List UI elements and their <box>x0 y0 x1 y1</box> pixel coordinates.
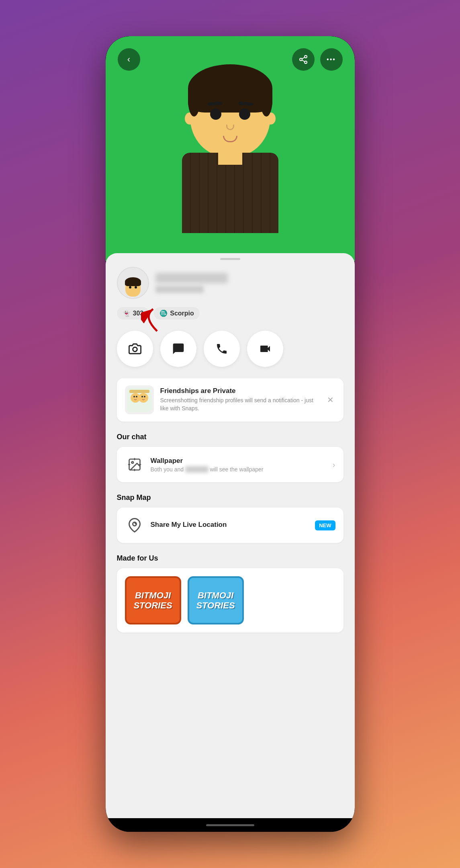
share-button[interactable] <box>292 48 315 71</box>
avatar-shirt-pattern <box>182 153 278 233</box>
back-icon: ‹ <box>127 54 130 65</box>
video-icon <box>259 342 272 355</box>
location-title: Share My Live Location <box>151 521 309 529</box>
chat-button[interactable] <box>160 331 196 367</box>
call-button[interactable] <box>204 331 240 367</box>
svg-line-4 <box>302 57 305 59</box>
new-badge: NEW <box>315 520 335 530</box>
bitmoji-section: ‹ ••• <box>106 36 355 261</box>
svg-point-16 <box>131 462 133 464</box>
avatar-hair-side-left <box>188 84 200 117</box>
svg-point-9 <box>139 393 148 403</box>
phone-inner: ‹ ••• <box>106 36 355 832</box>
more-icon: ••• <box>327 56 336 63</box>
location-text: Share My Live Location <box>151 521 309 530</box>
chat-icon <box>172 342 185 355</box>
friendship-image <box>125 385 154 414</box>
location-icon <box>125 516 144 535</box>
svg-point-1 <box>300 58 302 61</box>
bitmoji-face <box>166 68 294 253</box>
made-for-us-row: BITMOJI STORIES BITMOJI STORIES <box>125 576 335 624</box>
home-indicator <box>206 824 254 826</box>
avatar-eye-left <box>210 108 221 120</box>
bitmoji-stories-label-2: BITMOJI STORIES <box>193 590 238 611</box>
svg-point-6 <box>133 347 137 352</box>
avatar-hair-side-right <box>260 84 272 117</box>
camera-icon <box>129 342 141 355</box>
friendship-illustration <box>127 388 151 412</box>
avatar-mouth <box>223 136 237 142</box>
more-button[interactable]: ••• <box>320 48 343 71</box>
svg-point-13 <box>144 396 145 397</box>
profile-row <box>117 267 343 299</box>
phone-frame: ‹ ••• <box>106 36 355 832</box>
wallpaper-subtitle-prefix: Both you and <box>151 466 184 473</box>
profile-avatar <box>117 267 149 299</box>
avatar-body <box>182 153 278 233</box>
friendship-card: Friendships are Private Screenshotting f… <box>117 378 343 422</box>
share-icon <box>298 55 308 64</box>
bottom-sheet: 👻 303 ♏ Scorpio <box>106 253 355 818</box>
svg-point-11 <box>136 396 137 397</box>
badges-container: 👻 303 ♏ Scorpio <box>117 307 343 319</box>
friendship-close-button[interactable]: ✕ <box>325 393 335 406</box>
wallpaper-subtitle-suffix: will see the wallpaper <box>210 466 263 473</box>
friendship-text: Friendships are Private Screenshotting f… <box>160 387 319 412</box>
svg-point-12 <box>141 396 143 397</box>
profile-sub-blur <box>155 286 204 293</box>
svg-point-0 <box>305 55 307 58</box>
wallpaper-card[interactable]: Wallpaper Both you and someone will see … <box>117 447 343 482</box>
made-for-us-header: Made for Us <box>117 554 343 563</box>
svg-rect-14 <box>129 390 149 393</box>
snap-map-header: Snap Map <box>117 493 343 502</box>
ghost-icon: 👻 <box>123 309 131 317</box>
bitmoji-stories-label-1: BITMOJI STORIES <box>131 590 176 611</box>
drag-handle <box>220 258 240 260</box>
wallpaper-icon <box>125 455 144 474</box>
avatar-hair <box>188 64 272 113</box>
bitmoji-stories-card-1[interactable]: BITMOJI STORIES <box>125 576 181 624</box>
profile-name-block <box>155 273 343 293</box>
location-card[interactable]: Share My Live Location NEW <box>117 508 343 543</box>
avatar-neck <box>218 149 242 165</box>
avatar-nose <box>226 125 234 130</box>
phone-icon <box>215 342 228 355</box>
avatar-head <box>190 68 270 157</box>
wallpaper-title: Wallpaper <box>151 457 326 465</box>
svg-point-10 <box>133 396 135 397</box>
video-button[interactable] <box>247 331 283 367</box>
nav-right-buttons: ••• <box>292 48 343 71</box>
zodiac-label: Scorpio <box>170 310 194 317</box>
action-buttons <box>117 331 343 367</box>
camera-button[interactable] <box>117 331 153 367</box>
top-nav: ‹ ••• <box>106 48 355 71</box>
profile-name-blur <box>155 273 228 283</box>
svg-point-2 <box>305 61 307 63</box>
wallpaper-text: Wallpaper Both you and someone will see … <box>151 457 326 473</box>
wallpaper-subtitle: Both you and someone will see the wallpa… <box>151 466 326 473</box>
bottom-bar <box>106 818 355 832</box>
bitmoji-stories-card-2[interactable]: BITMOJI STORIES <box>188 576 244 624</box>
wallpaper-subtitle-blurred: someone <box>185 466 209 473</box>
back-button[interactable]: ‹ <box>118 48 140 71</box>
avatar-eye-right <box>239 108 250 120</box>
friendship-title: Friendships are Private <box>160 387 319 395</box>
friendship-desc: Screenshotting friendship profiles will … <box>160 397 319 412</box>
wallpaper-chevron: › <box>333 460 335 469</box>
red-arrow <box>141 303 173 335</box>
made-for-us-container: BITMOJI STORIES BITMOJI STORIES <box>117 568 343 633</box>
svg-line-3 <box>302 60 305 62</box>
our-chat-header: Our chat <box>117 433 343 441</box>
